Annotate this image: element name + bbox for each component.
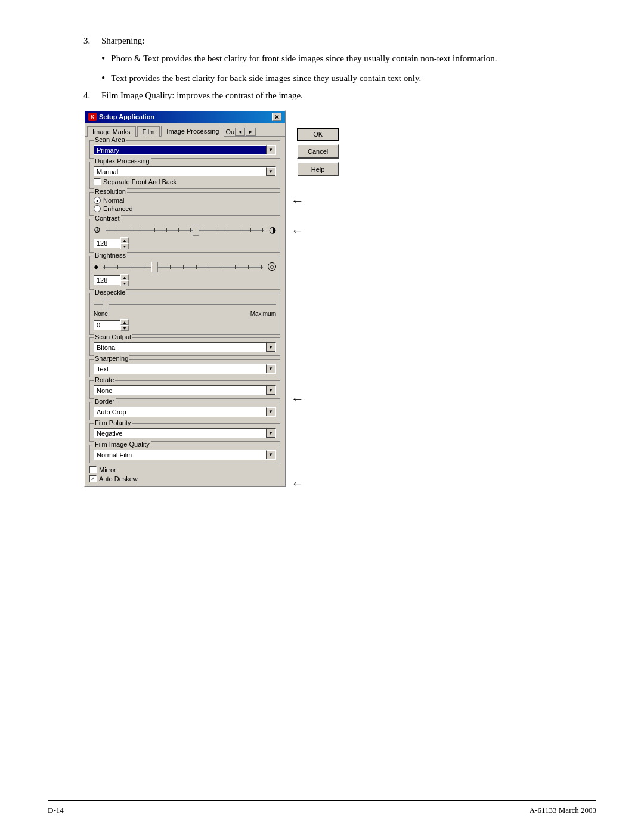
arrow-duplex: ←	[291, 224, 304, 237]
brightness-spinbox[interactable]: 128	[94, 275, 120, 285]
contrast-dark-icon: ⊕	[94, 225, 101, 234]
t3	[131, 228, 131, 232]
resolution-normal-label: Normal	[103, 197, 124, 204]
brightness-spin-up[interactable]: ▲	[120, 274, 129, 280]
rotate-label: Rotate	[94, 376, 115, 383]
border-group: Border Auto Crop ▼	[89, 402, 280, 420]
despeckle-max-label: Maximum	[250, 311, 276, 317]
despeckle-spinbox-row: 0 ▲ ▼	[94, 319, 276, 331]
dialog-buttons: OK Cancel Help	[297, 128, 339, 176]
rotate-select-wrapper[interactable]: None ▼	[94, 385, 276, 395]
film-image-quality-select-wrapper[interactable]: Normal Film ▼	[94, 450, 276, 460]
tab-image-marks[interactable]: Image Marks	[87, 126, 136, 137]
auto-deskew-checkbox[interactable]: ✓	[89, 475, 97, 482]
duplex-select-wrapper[interactable]: Manual ▼	[94, 166, 276, 176]
sharpening-group: Sharpening Text ▼	[89, 359, 280, 377]
scan-area-value: Primary	[94, 146, 266, 154]
duplex-dropdown-btn[interactable]: ▼	[266, 167, 275, 176]
section-3-item: 3. Sharpening:	[83, 36, 596, 46]
tab-image-processing[interactable]: Image Processing	[161, 126, 224, 137]
t10	[215, 228, 215, 232]
tab-film[interactable]: Film	[137, 126, 160, 137]
film-polarity-dropdown-btn[interactable]: ▼	[266, 429, 275, 438]
border-select-wrapper[interactable]: Auto Crop ▼	[94, 407, 276, 417]
rotate-dropdown-btn[interactable]: ▼	[266, 386, 275, 395]
checkboxes-area: Mirror ✓ Auto Deskew	[89, 466, 280, 482]
contrast-spin-up[interactable]: ▲	[120, 237, 129, 243]
duplex-label: Duplex Processing	[94, 157, 151, 165]
despeckle-none-label: None	[94, 311, 108, 317]
mirror-checkbox[interactable]	[89, 466, 97, 473]
tab-nav-right[interactable]: ►	[246, 128, 256, 136]
t8	[190, 228, 191, 232]
t7	[178, 228, 179, 232]
close-button[interactable]: ✕	[272, 113, 281, 121]
scan-output-select-wrapper[interactable]: Bitonal ▼	[94, 342, 276, 352]
despeckle-slider-thumb[interactable]	[103, 299, 109, 309]
footer-left: D-14	[48, 806, 64, 815]
rotate-value: None	[94, 386, 266, 395]
setup-application-dialog: K Setup Application ✕ Image Marks Film I…	[83, 110, 286, 487]
tab-nav-left[interactable]: ◄	[235, 128, 245, 136]
spacer-3	[291, 237, 304, 392]
brightness-spinbox-row: 128 ▲ ▼	[94, 274, 276, 286]
despeckle-spin-down[interactable]: ▼	[120, 325, 129, 331]
brightness-content: ●	[94, 261, 276, 286]
footer: D-14 A-61133 March 2003	[48, 800, 596, 815]
brightness-spin-buttons: ▲ ▼	[120, 274, 129, 286]
bullet-1-symbol: •	[101, 53, 105, 64]
section-4-item: 4. Film Image Quality: improves the cont…	[83, 91, 596, 101]
film-polarity-select-wrapper[interactable]: Negative ▼	[94, 428, 276, 438]
contrast-spin-down[interactable]: ▼	[120, 243, 129, 249]
t6	[166, 228, 167, 232]
despeckle-spin-up[interactable]: ▲	[120, 319, 129, 325]
arrow-sharpening: ←	[291, 392, 304, 405]
brightness-slider-thumb[interactable]	[151, 262, 158, 272]
cancel-button[interactable]: Cancel	[297, 144, 339, 159]
scan-area-label: Scan Area	[94, 136, 126, 143]
despeckle-slider-line	[94, 304, 276, 305]
contrast-content: ⊕	[94, 224, 276, 249]
right-panel: OK Cancel Help ← ← ←	[291, 110, 339, 490]
b9	[209, 265, 209, 269]
contrast-slider-thumb[interactable]	[193, 225, 199, 236]
b13	[261, 265, 262, 269]
film-polarity-value: Negative	[94, 429, 266, 438]
help-button[interactable]: Help	[297, 162, 339, 176]
sharpening-dropdown-btn[interactable]: ▼	[266, 364, 275, 373]
brightness-spin-down[interactable]: ▼	[120, 280, 129, 286]
contrast-spinbox[interactable]: 128	[94, 239, 120, 248]
sharpening-select-wrapper[interactable]: Text ▼	[94, 364, 276, 374]
despeckle-slider-area	[94, 298, 276, 309]
b3	[131, 265, 131, 269]
scan-area-select-wrapper[interactable]: Primary ▼	[94, 145, 276, 155]
sharpening-content: Text ▼	[94, 364, 276, 374]
scan-area-dropdown-btn[interactable]: ▼	[266, 145, 275, 154]
app-icon: K	[88, 113, 97, 121]
film-image-quality-dropdown-btn[interactable]: ▼	[266, 450, 275, 459]
separate-checkbox[interactable]	[94, 178, 101, 185]
despeckle-spinbox[interactable]: 0	[94, 320, 120, 330]
separate-checkbox-row: Separate Front And Back	[94, 178, 276, 185]
bullet-2-item: • Text provides the best clarity for bac…	[101, 72, 596, 85]
auto-deskew-label: Auto Deskew	[99, 475, 138, 482]
contrast-slider-track-area	[106, 224, 264, 236]
t11	[227, 228, 227, 232]
t2	[119, 228, 119, 232]
titlebar-left: K Setup Application	[88, 113, 154, 121]
arrow-film-quality: ←	[291, 477, 304, 490]
dialog-wrapper: K Setup Application ✕ Image Marks Film I…	[83, 110, 596, 490]
resolution-enhanced-row: Enhanced	[94, 205, 276, 212]
rotate-group: Rotate None ▼	[89, 380, 280, 399]
ok-button[interactable]: OK	[297, 128, 339, 141]
b7	[183, 265, 184, 269]
resolution-label: Resolution	[94, 188, 127, 195]
film-polarity-content: Negative ▼	[94, 428, 276, 438]
dialog-content: Scan Area Primary ▼ Duplex Processing	[85, 137, 285, 486]
b6	[170, 265, 171, 269]
resolution-enhanced-radio[interactable]	[94, 205, 101, 212]
border-dropdown-btn[interactable]: ▼	[266, 407, 275, 416]
scan-output-dropdown-btn[interactable]: ▼	[266, 343, 275, 352]
resolution-normal-radio[interactable]	[94, 197, 101, 204]
t4	[143, 228, 143, 232]
